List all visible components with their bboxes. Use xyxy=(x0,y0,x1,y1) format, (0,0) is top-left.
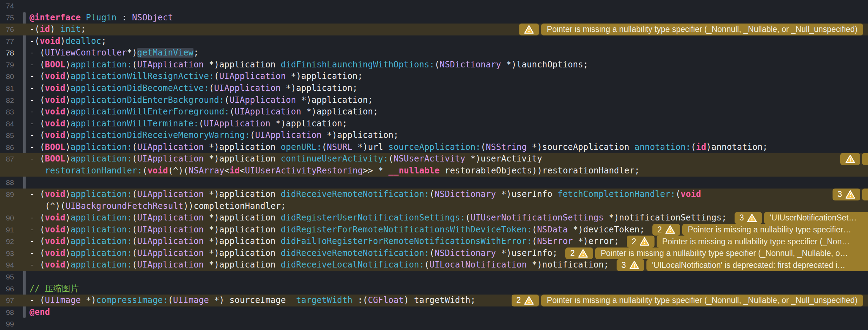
line-number[interactable]: 88 xyxy=(0,177,14,189)
code-line[interactable]: 88 xyxy=(0,177,868,189)
warning-message[interactable]: Pointer is missing a nullability type sp… xyxy=(541,295,863,306)
line-number[interactable]: 76 xyxy=(0,24,14,35)
code-line[interactable]: 99 xyxy=(0,318,868,330)
code-token: * xyxy=(209,236,214,246)
code-line[interactable]: 85- (void)applicationDidReceiveMemoryWar… xyxy=(0,130,868,141)
line-number[interactable]: 83 xyxy=(0,106,14,118)
warning-count-badge[interactable]: 2 xyxy=(512,295,539,306)
code-line[interactable]: 79- (BOOL)application:(UIApplication *)a… xyxy=(0,59,868,71)
line-number[interactable]: 97 xyxy=(0,295,14,306)
code-token: UIUserActivityRestoring xyxy=(245,166,363,176)
code-token: application: xyxy=(71,154,132,164)
code-token: applicationDidReceiveMemoryWarning: xyxy=(71,130,250,140)
line-number[interactable]: 79 xyxy=(0,59,14,71)
code-line[interactable]: 96// 压缩图片 xyxy=(0,283,868,295)
code-line[interactable]: 98@end xyxy=(0,306,868,318)
line-number[interactable]: 96 xyxy=(0,283,14,295)
code-line[interactable]: 81- (void)applicationDidBecomeActive:(UI… xyxy=(0,82,868,94)
code-line[interactable]: (^)(UIBackgroundFetchResult))completionH… xyxy=(0,200,868,212)
line-number[interactable]: 82 xyxy=(0,94,14,106)
code-token: fetchCompletionHandler: xyxy=(558,189,676,199)
code-line[interactable]: 90- (void)application:(UIApplication *)a… xyxy=(0,212,868,224)
line-number[interactable]: 78 xyxy=(0,47,14,59)
line-number[interactable]: 74 xyxy=(0,0,14,12)
code-token: NSDictionary xyxy=(434,248,496,258)
code-line[interactable]: 86- (BOOL)application:(UIApplication *)a… xyxy=(0,141,868,153)
warning-message[interactable]: 'UILocalNotification' is deprecated: fir… xyxy=(646,259,868,271)
code-token: restorableObjects))restorationHandler; xyxy=(440,166,639,176)
code-line[interactable]: 95 xyxy=(0,271,868,283)
line-number[interactable]: 84 xyxy=(0,118,14,130)
warning-message[interactable]: Pointer is missing a nullability type sp… xyxy=(682,224,868,236)
code-token: ( xyxy=(214,71,219,81)
line-number[interactable]: 89 xyxy=(0,189,14,200)
warning-message[interactable]: 'UIUserNotificationSet… xyxy=(764,212,868,224)
code-token: * xyxy=(209,260,214,270)
warning-count-badge[interactable]: 2 xyxy=(565,248,593,259)
warning-message[interactable]: Pointer is missing a nullability type sp… xyxy=(657,236,868,248)
warning-triangle-icon xyxy=(845,154,855,164)
warning-message-clipped[interactable] xyxy=(862,189,868,200)
line-number[interactable] xyxy=(0,200,14,212)
code-token: *)application; xyxy=(301,107,378,117)
code-token: ) xyxy=(60,36,66,46)
code-line[interactable]: 82- (void)applicationDidEnterBackground:… xyxy=(0,94,868,106)
line-number[interactable]: 91 xyxy=(0,224,14,236)
code-line[interactable]: 94- (void)application:(UIApplication *)a… xyxy=(0,259,868,271)
code-line[interactable]: 74 xyxy=(0,0,868,12)
code-line[interactable]: 91- (void)application:(UIApplication *)a… xyxy=(0,224,868,236)
code-token: * xyxy=(609,213,614,223)
warning-count-badge[interactable]: 2 xyxy=(652,224,680,236)
code-token: void xyxy=(45,213,65,223)
line-number[interactable]: 86 xyxy=(0,141,14,153)
code-token: application: xyxy=(71,248,132,258)
line-number[interactable]: 75 xyxy=(0,12,14,24)
line-number[interactable]: 98 xyxy=(0,306,14,318)
code-token: void xyxy=(45,225,65,235)
code-token: * xyxy=(501,189,506,199)
line-number[interactable]: 95 xyxy=(0,271,14,283)
line-number[interactable]: 99 xyxy=(0,318,14,330)
line-number[interactable]: 87 xyxy=(0,153,14,165)
line-number[interactable]: 80 xyxy=(0,71,14,82)
warning-count-badge[interactable]: 3 xyxy=(735,212,762,224)
code-text: - (void)applicationWillTerminate:(UIAppl… xyxy=(29,118,347,130)
code-line[interactable]: 76-(id) init;Pointer is missing a nullab… xyxy=(0,24,868,35)
code-token: ( xyxy=(429,189,435,199)
line-number[interactable]: 90 xyxy=(0,212,14,224)
code-line[interactable]: 75@interface Plugin : NSObject xyxy=(0,12,868,24)
line-number[interactable] xyxy=(0,165,14,177)
code-line[interactable]: 83- (void)applicationWillEnterForeground… xyxy=(0,106,868,118)
code-line[interactable]: 78- (UIViewController*)getMainView; xyxy=(0,47,868,59)
code-line[interactable]: 77-(void)dealloc; xyxy=(0,35,868,47)
line-number[interactable]: 81 xyxy=(0,82,14,94)
warning-message[interactable]: Pointer is missing a nullability type sp… xyxy=(595,248,868,259)
code-token: IUserNotificationSettings xyxy=(475,213,604,223)
code-token: ( xyxy=(209,83,214,93)
line-number[interactable]: 94 xyxy=(0,259,14,271)
code-line[interactable]: 97- (UIImage *)compressImage:(UIImage *)… xyxy=(0,295,868,306)
line-number[interactable]: 85 xyxy=(0,130,14,141)
code-line[interactable]: 93- (void)application:(UIApplication *)a… xyxy=(0,248,868,259)
code-line[interactable]: 80- (void)applicationWillResignActive:(U… xyxy=(0,71,868,82)
code-line[interactable]: 92- (void)application:(UIApplication *)a… xyxy=(0,236,868,248)
warning-triangle-icon xyxy=(524,296,534,305)
code-line[interactable]: 87- (BOOL)application:(UIApplication *)a… xyxy=(0,153,868,165)
warning-count-badge[interactable]: 3 xyxy=(617,259,644,271)
warning-count-badge[interactable] xyxy=(840,153,860,165)
warning-message[interactable]: Pointer is missing a nullability type sp… xyxy=(541,24,863,35)
warning-annotation xyxy=(840,153,868,165)
warning-annotation: 3'UILocalNotification' is deprecated: fi… xyxy=(617,259,868,271)
code-line[interactable]: restorationHandler:(void(^)(NSArray<id<U… xyxy=(0,165,868,177)
line-number[interactable]: 92 xyxy=(0,236,14,248)
warning-count-badge[interactable]: 3 xyxy=(833,189,860,200)
warning-message-clipped[interactable] xyxy=(862,153,868,165)
warning-count-badge[interactable]: 2 xyxy=(627,236,655,248)
warning-count-badge[interactable] xyxy=(519,24,539,35)
code-line[interactable]: 89- (void)application:(UIApplication *)a… xyxy=(0,189,868,200)
code-text: - (BOOL)application:(UIApplication *)app… xyxy=(29,59,588,71)
code-line[interactable]: 84- (void)applicationWillTerminate:(UIAp… xyxy=(0,118,868,130)
line-number[interactable]: 93 xyxy=(0,248,14,259)
code-token: didRegisterForRemoteNotificationsWithDev… xyxy=(281,225,532,235)
line-number[interactable]: 77 xyxy=(0,35,14,47)
